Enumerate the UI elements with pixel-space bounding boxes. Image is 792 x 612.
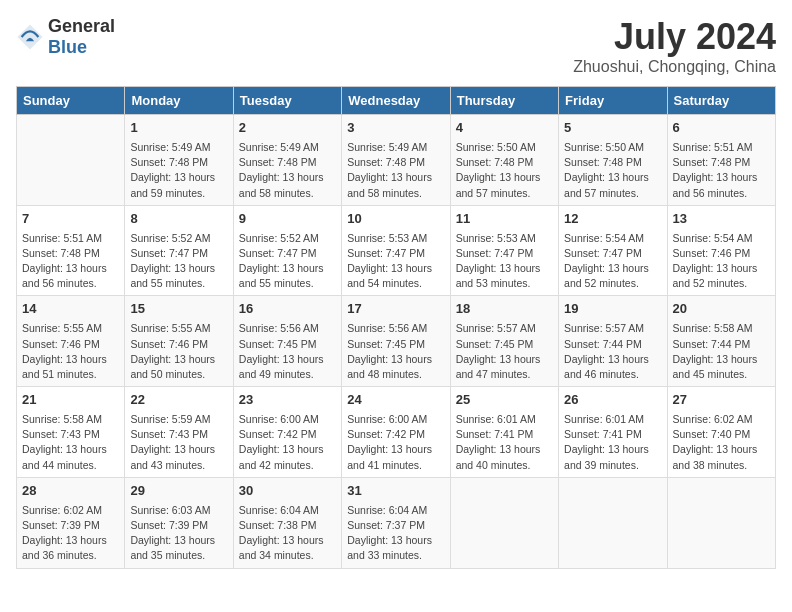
cell-content: Sunrise: 5:51 AM Sunset: 7:48 PM Dayligh… — [22, 231, 119, 292]
calendar-cell: 13Sunrise: 5:54 AM Sunset: 7:46 PM Dayli… — [667, 205, 775, 296]
cell-content: Sunrise: 5:56 AM Sunset: 7:45 PM Dayligh… — [347, 321, 444, 382]
calendar-cell: 12Sunrise: 5:54 AM Sunset: 7:47 PM Dayli… — [559, 205, 667, 296]
cell-content: Sunrise: 6:03 AM Sunset: 7:39 PM Dayligh… — [130, 503, 227, 564]
calendar-cell — [559, 477, 667, 568]
cell-content: Sunrise: 6:01 AM Sunset: 7:41 PM Dayligh… — [564, 412, 661, 473]
day-number: 6 — [673, 119, 770, 138]
calendar-cell: 3Sunrise: 5:49 AM Sunset: 7:48 PM Daylig… — [342, 115, 450, 206]
day-number: 2 — [239, 119, 336, 138]
cell-content: Sunrise: 6:04 AM Sunset: 7:38 PM Dayligh… — [239, 503, 336, 564]
calendar-cell: 9Sunrise: 5:52 AM Sunset: 7:47 PM Daylig… — [233, 205, 341, 296]
cell-content: Sunrise: 5:58 AM Sunset: 7:43 PM Dayligh… — [22, 412, 119, 473]
calendar-cell: 22Sunrise: 5:59 AM Sunset: 7:43 PM Dayli… — [125, 387, 233, 478]
cell-content: Sunrise: 6:00 AM Sunset: 7:42 PM Dayligh… — [347, 412, 444, 473]
logo: General Blue — [16, 16, 115, 58]
cell-content: Sunrise: 5:50 AM Sunset: 7:48 PM Dayligh… — [564, 140, 661, 201]
day-number: 10 — [347, 210, 444, 229]
day-number: 8 — [130, 210, 227, 229]
calendar-cell: 7Sunrise: 5:51 AM Sunset: 7:48 PM Daylig… — [17, 205, 125, 296]
page-header: General Blue July 2024 Zhuoshui, Chongqi… — [16, 16, 776, 76]
day-number: 27 — [673, 391, 770, 410]
calendar-cell: 18Sunrise: 5:57 AM Sunset: 7:45 PM Dayli… — [450, 296, 558, 387]
day-number: 1 — [130, 119, 227, 138]
day-number: 31 — [347, 482, 444, 501]
day-number: 28 — [22, 482, 119, 501]
calendar-cell: 20Sunrise: 5:58 AM Sunset: 7:44 PM Dayli… — [667, 296, 775, 387]
day-number: 20 — [673, 300, 770, 319]
day-number: 5 — [564, 119, 661, 138]
cell-content: Sunrise: 6:02 AM Sunset: 7:39 PM Dayligh… — [22, 503, 119, 564]
column-header-sunday: Sunday — [17, 87, 125, 115]
calendar-week-row: 7Sunrise: 5:51 AM Sunset: 7:48 PM Daylig… — [17, 205, 776, 296]
cell-content: Sunrise: 5:49 AM Sunset: 7:48 PM Dayligh… — [130, 140, 227, 201]
title-block: July 2024 Zhuoshui, Chongqing, China — [573, 16, 776, 76]
cell-content: Sunrise: 5:58 AM Sunset: 7:44 PM Dayligh… — [673, 321, 770, 382]
day-number: 14 — [22, 300, 119, 319]
calendar-cell: 30Sunrise: 6:04 AM Sunset: 7:38 PM Dayli… — [233, 477, 341, 568]
cell-content: Sunrise: 5:50 AM Sunset: 7:48 PM Dayligh… — [456, 140, 553, 201]
calendar-cell: 10Sunrise: 5:53 AM Sunset: 7:47 PM Dayli… — [342, 205, 450, 296]
cell-content: Sunrise: 5:55 AM Sunset: 7:46 PM Dayligh… — [130, 321, 227, 382]
cell-content: Sunrise: 5:53 AM Sunset: 7:47 PM Dayligh… — [347, 231, 444, 292]
calendar-cell: 26Sunrise: 6:01 AM Sunset: 7:41 PM Dayli… — [559, 387, 667, 478]
day-number: 12 — [564, 210, 661, 229]
day-number: 21 — [22, 391, 119, 410]
logo-icon — [16, 23, 44, 51]
day-number: 13 — [673, 210, 770, 229]
calendar-week-row: 1Sunrise: 5:49 AM Sunset: 7:48 PM Daylig… — [17, 115, 776, 206]
calendar-header-row: SundayMondayTuesdayWednesdayThursdayFrid… — [17, 87, 776, 115]
calendar-week-row: 21Sunrise: 5:58 AM Sunset: 7:43 PM Dayli… — [17, 387, 776, 478]
day-number: 29 — [130, 482, 227, 501]
calendar-cell: 14Sunrise: 5:55 AM Sunset: 7:46 PM Dayli… — [17, 296, 125, 387]
column-header-thursday: Thursday — [450, 87, 558, 115]
calendar-cell: 6Sunrise: 5:51 AM Sunset: 7:48 PM Daylig… — [667, 115, 775, 206]
cell-content: Sunrise: 6:02 AM Sunset: 7:40 PM Dayligh… — [673, 412, 770, 473]
column-header-friday: Friday — [559, 87, 667, 115]
cell-content: Sunrise: 5:54 AM Sunset: 7:46 PM Dayligh… — [673, 231, 770, 292]
calendar-cell: 16Sunrise: 5:56 AM Sunset: 7:45 PM Dayli… — [233, 296, 341, 387]
cell-content: Sunrise: 5:52 AM Sunset: 7:47 PM Dayligh… — [239, 231, 336, 292]
column-header-tuesday: Tuesday — [233, 87, 341, 115]
day-number: 17 — [347, 300, 444, 319]
calendar-cell: 1Sunrise: 5:49 AM Sunset: 7:48 PM Daylig… — [125, 115, 233, 206]
day-number: 24 — [347, 391, 444, 410]
cell-content: Sunrise: 5:57 AM Sunset: 7:44 PM Dayligh… — [564, 321, 661, 382]
day-number: 19 — [564, 300, 661, 319]
calendar-cell: 25Sunrise: 6:01 AM Sunset: 7:41 PM Dayli… — [450, 387, 558, 478]
calendar-cell — [450, 477, 558, 568]
cell-content: Sunrise: 5:57 AM Sunset: 7:45 PM Dayligh… — [456, 321, 553, 382]
cell-content: Sunrise: 5:55 AM Sunset: 7:46 PM Dayligh… — [22, 321, 119, 382]
cell-content: Sunrise: 5:49 AM Sunset: 7:48 PM Dayligh… — [239, 140, 336, 201]
calendar-cell: 4Sunrise: 5:50 AM Sunset: 7:48 PM Daylig… — [450, 115, 558, 206]
day-number: 11 — [456, 210, 553, 229]
logo-blue: Blue — [48, 37, 87, 57]
cell-content: Sunrise: 5:52 AM Sunset: 7:47 PM Dayligh… — [130, 231, 227, 292]
calendar-cell: 2Sunrise: 5:49 AM Sunset: 7:48 PM Daylig… — [233, 115, 341, 206]
cell-content: Sunrise: 5:51 AM Sunset: 7:48 PM Dayligh… — [673, 140, 770, 201]
calendar-cell: 21Sunrise: 5:58 AM Sunset: 7:43 PM Dayli… — [17, 387, 125, 478]
day-number: 18 — [456, 300, 553, 319]
column-header-wednesday: Wednesday — [342, 87, 450, 115]
day-number: 23 — [239, 391, 336, 410]
day-number: 26 — [564, 391, 661, 410]
calendar-cell: 19Sunrise: 5:57 AM Sunset: 7:44 PM Dayli… — [559, 296, 667, 387]
calendar-cell: 23Sunrise: 6:00 AM Sunset: 7:42 PM Dayli… — [233, 387, 341, 478]
day-number: 15 — [130, 300, 227, 319]
day-number: 4 — [456, 119, 553, 138]
day-number: 25 — [456, 391, 553, 410]
calendar-cell — [17, 115, 125, 206]
calendar-cell: 29Sunrise: 6:03 AM Sunset: 7:39 PM Dayli… — [125, 477, 233, 568]
calendar-cell: 27Sunrise: 6:02 AM Sunset: 7:40 PM Dayli… — [667, 387, 775, 478]
day-number: 30 — [239, 482, 336, 501]
calendar-week-row: 14Sunrise: 5:55 AM Sunset: 7:46 PM Dayli… — [17, 296, 776, 387]
calendar-cell: 15Sunrise: 5:55 AM Sunset: 7:46 PM Dayli… — [125, 296, 233, 387]
calendar-cell: 11Sunrise: 5:53 AM Sunset: 7:47 PM Dayli… — [450, 205, 558, 296]
calendar-cell: 31Sunrise: 6:04 AM Sunset: 7:37 PM Dayli… — [342, 477, 450, 568]
cell-content: Sunrise: 5:59 AM Sunset: 7:43 PM Dayligh… — [130, 412, 227, 473]
calendar-cell: 8Sunrise: 5:52 AM Sunset: 7:47 PM Daylig… — [125, 205, 233, 296]
page-title: July 2024 — [573, 16, 776, 58]
column-header-saturday: Saturday — [667, 87, 775, 115]
column-header-monday: Monday — [125, 87, 233, 115]
calendar-table: SundayMondayTuesdayWednesdayThursdayFrid… — [16, 86, 776, 569]
calendar-cell: 28Sunrise: 6:02 AM Sunset: 7:39 PM Dayli… — [17, 477, 125, 568]
